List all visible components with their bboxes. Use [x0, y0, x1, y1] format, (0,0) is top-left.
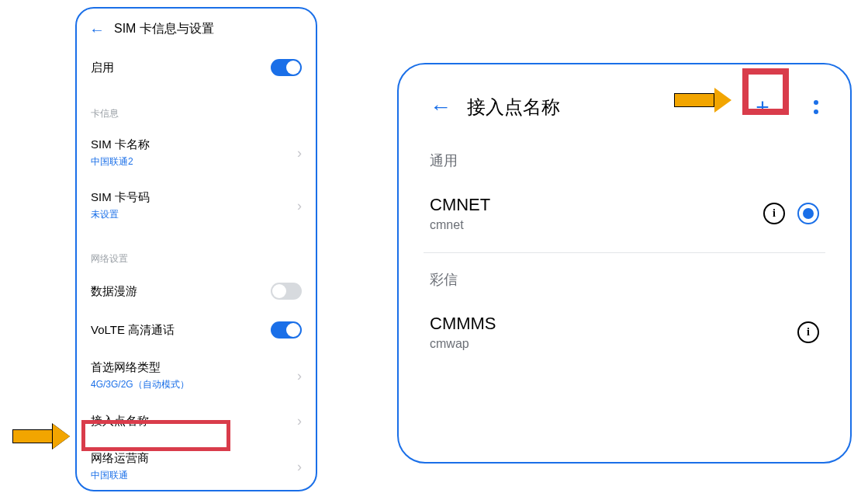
chevron-right-icon: › [297, 413, 302, 429]
sim-name-label: SIM 卡名称 [91, 137, 150, 152]
pointer-arrow-right [674, 88, 731, 113]
dot-icon [814, 109, 818, 114]
sim-settings-panel: ← SIM 卡信息与设置 启用 卡信息 SIM 卡名称 中国联通2 › SIM … [75, 7, 317, 491]
data-roaming-label: 数据漫游 [91, 284, 137, 299]
sim-number-value: 未设置 [91, 208, 150, 221]
pref-network-label: 首选网络类型 [91, 360, 189, 375]
mms-section-header: 彩信 [424, 259, 825, 300]
back-arrow-icon[interactable]: ← [430, 96, 451, 118]
carrier-label: 网络运营商 [91, 451, 149, 466]
apn-row[interactable]: 接入点名称 › [77, 402, 316, 440]
apn-sub: cmnet [430, 218, 751, 232]
sim-name-row[interactable]: SIM 卡名称 中国联通2 › [77, 127, 316, 179]
plus-icon: + [756, 95, 769, 119]
sim-number-row[interactable]: SIM 卡号码 未设置 › [77, 179, 316, 232]
header-bar: ← 接入点名称 + [424, 78, 825, 141]
chevron-right-icon: › [297, 198, 302, 214]
chevron-right-icon: › [297, 145, 302, 161]
chevron-right-icon: › [297, 459, 302, 475]
pref-network-value: 4G/3G/2G（自动模式） [91, 378, 189, 391]
volte-toggle[interactable] [271, 321, 302, 339]
info-icon[interactable]: i [763, 203, 785, 224]
header-bar: ← SIM 卡信息与设置 [77, 9, 316, 48]
card-info-section-header: 卡信息 [77, 93, 316, 127]
dot-icon [814, 100, 818, 105]
general-section-header: 通用 [424, 141, 825, 181]
apn-radio-selected[interactable] [797, 203, 819, 224]
volte-label: VoLTE 高清通话 [91, 323, 175, 338]
more-menu-button[interactable] [807, 100, 825, 114]
pref-network-row[interactable]: 首选网络类型 4G/3G/2G（自动模式） › [77, 349, 316, 402]
enable-label: 启用 [91, 61, 114, 75]
data-roaming-toggle[interactable] [271, 283, 302, 300]
apn-title: CMMMS [430, 314, 785, 334]
back-arrow-icon[interactable]: ← [89, 22, 105, 37]
carrier-row[interactable]: 网络运营商 中国联通 › [77, 440, 316, 491]
chevron-right-icon: › [297, 368, 302, 384]
apn-label: 接入点名称 [91, 414, 149, 429]
enable-row: 启用 [77, 48, 316, 87]
apn-item-cmmms[interactable]: CMMMS cmwap i [424, 300, 825, 365]
data-roaming-row: 数据漫游 [77, 272, 316, 311]
volte-row: VoLTE 高清通话 [77, 311, 316, 349]
enable-toggle[interactable] [271, 59, 302, 76]
pointer-arrow-left [12, 424, 70, 449]
apn-sub: cmwap [430, 337, 785, 351]
page-title: SIM 卡信息与设置 [114, 21, 214, 37]
carrier-value: 中国联通 [91, 469, 149, 482]
info-icon[interactable]: i [797, 321, 819, 343]
apn-item-cmnet[interactable]: CMNET cmnet i [424, 181, 825, 246]
divider [424, 252, 825, 253]
apn-title: CMNET [430, 195, 751, 215]
add-button[interactable]: + [743, 88, 782, 127]
sim-name-value: 中国联通2 [91, 155, 150, 168]
sim-number-label: SIM 卡号码 [91, 190, 150, 205]
apn-list-panel: ← 接入点名称 + 通用 CMNET cmnet i 彩信 CMMMS cmwa… [397, 63, 852, 464]
network-section-header: 网络设置 [77, 238, 316, 272]
